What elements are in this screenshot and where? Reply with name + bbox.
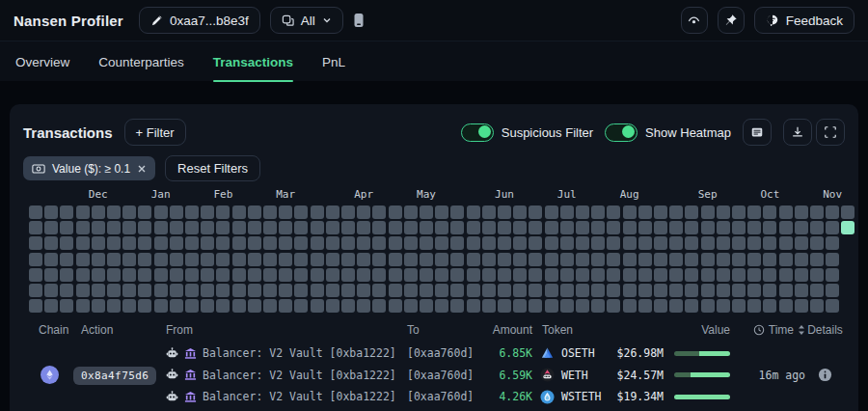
heatmap-cell[interactable] [826,221,839,234]
heatmap-cell[interactable] [420,299,433,313]
to-address[interactable]: [0xaa760d] [407,346,478,360]
heatmap-cell[interactable] [482,253,496,266]
heatmap-cell[interactable] [170,236,183,250]
heatmap-cell[interactable] [717,284,730,297]
heatmap-cell[interactable] [685,236,698,250]
heatmap-cell[interactable] [498,221,511,234]
heatmap-cell[interactable] [795,236,808,250]
from-cell[interactable]: Balancer: V2 Vault [0xba1222] [166,369,407,382]
heatmap-cell[interactable] [450,206,464,219]
heatmap-cell[interactable] [607,236,620,250]
heatmap-cell[interactable] [185,236,199,250]
heatmap-cell[interactable] [591,206,605,219]
heatmap-cell[interactable] [810,236,824,250]
heatmap-cell[interactable] [404,268,418,282]
heatmap-cell[interactable] [311,268,324,282]
heatmap-cell[interactable] [107,206,121,219]
heatmap-cell[interactable] [372,206,386,219]
heatmap-cell[interactable] [638,206,652,219]
heatmap-cell[interactable] [341,221,355,234]
heatmap-cell[interactable] [154,221,168,234]
heatmap-cell[interactable] [747,221,761,234]
heatmap-cell[interactable] [341,206,355,219]
heatmap-cell[interactable] [513,284,527,297]
heatmap-cell[interactable] [248,284,261,297]
heatmap-cell[interactable] [404,221,418,234]
heatmap-cell[interactable] [216,268,230,282]
tab-transactions[interactable]: Transactions [213,41,293,82]
heatmap-cell[interactable] [92,236,105,250]
feedback-button[interactable]: Feedback [754,7,854,34]
heatmap-cell[interactable] [138,221,151,234]
heatmap-cell[interactable] [763,284,776,297]
watch-button[interactable] [681,7,708,34]
heatmap-cell[interactable] [654,236,667,250]
heatmap-cell[interactable] [404,253,418,266]
heatmap-cell[interactable] [60,206,73,219]
heatmap-cell[interactable] [482,221,496,234]
heatmap-cell[interactable] [685,206,698,219]
heatmap-cell[interactable] [92,221,105,234]
heatmap-cell[interactable] [44,236,58,250]
heatmap-cell[interactable] [138,284,151,297]
heatmap-cell[interactable] [747,236,761,250]
heatmap-cell[interactable] [498,299,511,313]
heatmap-cell[interactable] [498,206,511,219]
heatmap-cell[interactable] [467,253,480,266]
heatmap-cell[interactable] [29,284,42,297]
heatmap-cell[interactable] [107,284,121,297]
heatmap-cell[interactable] [529,284,542,297]
heatmap-cell[interactable] [513,236,527,250]
heatmap-cell[interactable] [482,206,496,219]
heatmap-cell[interactable] [545,284,558,297]
heatmap-cell[interactable] [654,299,667,313]
heatmap-cell[interactable] [607,268,620,282]
token-cell[interactable]: WETH [532,368,603,382]
heatmap-cell[interactable] [529,268,542,282]
heatmap-cell[interactable] [92,206,105,219]
heatmap-cell[interactable] [607,299,620,313]
heatmap-cell[interactable] [29,206,42,219]
heatmap-cell[interactable] [311,206,324,219]
heatmap-cell[interactable] [498,284,511,297]
heatmap-cell[interactable] [763,206,776,219]
heatmap-cell[interactable] [826,268,839,282]
table-view-button[interactable] [743,119,772,146]
token-cell[interactable]: WSTETH [532,390,603,404]
heatmap-cell[interactable] [591,299,605,313]
heatmap-cell[interactable] [810,284,824,297]
heatmap-cell[interactable] [717,236,730,250]
heatmap-cell[interactable] [279,253,292,266]
heatmap-cell[interactable] [450,268,464,282]
heatmap-cell[interactable] [435,268,448,282]
heatmap-cell[interactable] [795,221,808,234]
heatmap-cell[interactable] [263,221,277,234]
heatmap-cell[interactable] [450,284,464,297]
heatmap-cell[interactable] [779,268,793,282]
heatmap-cell[interactable] [545,236,558,250]
heatmap-cell[interactable] [607,253,620,266]
heatmap-cell[interactable] [810,221,824,234]
tab-counterparties[interactable]: Counterparties [98,41,184,82]
heatmap-cell[interactable] [795,299,808,313]
heatmap-cell[interactable] [44,206,58,219]
heatmap-cell[interactable] [701,253,715,266]
heatmap-cell[interactable] [279,268,292,282]
heatmap-cell[interactable] [795,253,808,266]
heatmap-cell[interactable] [44,253,58,266]
fullscreen-button[interactable] [816,119,845,146]
heatmap-cell[interactable] [185,253,199,266]
heatmap-cell[interactable] [810,299,824,313]
heatmap-cell[interactable] [529,236,542,250]
heatmap-cell[interactable] [701,299,715,313]
heatmap-cell[interactable] [654,284,667,297]
heatmap-cell[interactable] [404,284,418,297]
from-cell[interactable]: Balancer: V2 Vault [0xba1222] [166,346,407,360]
heatmap-cell[interactable] [779,206,793,219]
heatmap-cell[interactable] [263,236,277,250]
heatmap-cell[interactable] [669,284,683,297]
heatmap-cell[interactable] [185,268,199,282]
heatmap-cell[interactable] [138,299,151,313]
heatmap-cell[interactable] [450,253,464,266]
pin-button[interactable] [718,7,745,34]
